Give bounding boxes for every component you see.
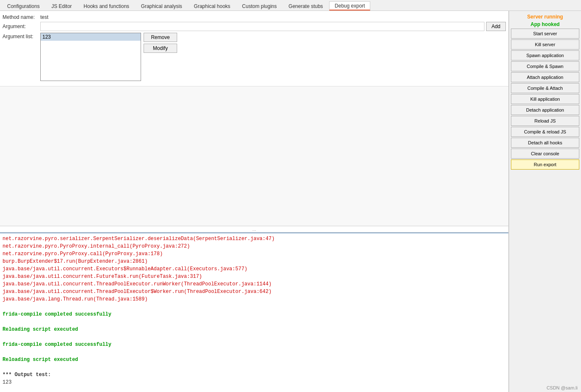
sidebar-btn-kill-application[interactable]: Kill application (511, 94, 579, 104)
sidebar-btn-detach-all-hooks[interactable]: Detach all hooks (511, 138, 579, 148)
status-running: Server running (511, 13, 579, 20)
console-line: 123 (3, 379, 506, 386)
console-line: java.base/java.util.concurrent.Executors… (3, 265, 506, 273)
sidebar-btn-kill-server[interactable]: Kill server (511, 39, 579, 50)
console-line: java.base/java.lang.Thread.run(Thread.ja… (3, 295, 506, 303)
tab-debug-export[interactable]: Debug export (329, 1, 370, 10)
tab-bar: ConfigurationsJS EditorHooks and functio… (0, 0, 581, 11)
right-sidebar: Server running App hooked Start serverKi… (509, 11, 581, 392)
console-line: java.base/java.util.concurrent.ThreadPoo… (3, 280, 506, 288)
sidebar-btn-start-server[interactable]: Start server (511, 29, 579, 39)
argument-row: Argument: Add (3, 22, 506, 31)
tab-graphical-analysis[interactable]: Graphical analysis (136, 1, 188, 10)
console-line: net.razorvine.pyro.PyroProxy.internal_ca… (3, 243, 506, 250)
argument-input[interactable] (40, 22, 484, 31)
main-container: Method name: test Argument: Add Argument… (0, 11, 581, 392)
console-line (3, 348, 506, 356)
argument-listbox[interactable]: 123 (40, 33, 141, 81)
console-line (3, 363, 506, 371)
console-line: java.base/java.util.concurrent.ThreadPoo… (3, 288, 506, 295)
console-line: java.base/java.util.concurrent.FutureTas… (3, 273, 506, 280)
sidebar-btn-compile-and-attach[interactable]: Compile & Attach (511, 83, 579, 93)
console-line (3, 303, 506, 311)
tab-configurations[interactable]: Configurations (2, 1, 45, 10)
console-line (3, 333, 506, 341)
modify-button[interactable]: Modify (144, 44, 177, 53)
console-line: burp.BurpExtender$17.run(BurpExtender.ja… (3, 258, 506, 265)
sidebar-btn-compile-and-reload-js[interactable]: Compile & reload JS (511, 127, 579, 137)
sidebar-btn-reload-js[interactable]: Reload JS (511, 116, 579, 126)
console-line: frida-compile completed successfully (3, 311, 506, 318)
remove-button[interactable]: Remove (144, 33, 177, 42)
argument-buttons: Remove Modify (144, 33, 177, 53)
sidebar-btn-compile-and-spawn[interactable]: Compile & Spawn (511, 61, 579, 71)
method-name-label: Method name: (3, 14, 40, 20)
tab-js-editor[interactable]: JS Editor (46, 1, 77, 10)
sidebar-btn-clear-console[interactable]: Clear console (511, 149, 579, 159)
footer-text: CSDN @sam.li (547, 385, 578, 390)
argument-listbox-item[interactable]: 123 (41, 33, 141, 41)
status-hooked: App hooked (511, 21, 579, 28)
method-name-value: test (40, 14, 48, 20)
middle-area (0, 86, 508, 226)
argument-label: Argument: (3, 24, 40, 29)
divider: ... (0, 226, 508, 233)
argument-list-label: Argument list: (3, 34, 40, 39)
console-line: Reloading script executed (3, 326, 506, 333)
form-section: Method name: test Argument: Add Argument… (0, 11, 508, 86)
method-name-row: Method name: test (3, 14, 506, 20)
add-button[interactable]: Add (486, 22, 506, 31)
console-line: *** Output test: (3, 371, 506, 379)
argument-list-row: Argument list: 123 Remove Modify (3, 33, 506, 81)
sidebar-btn-attach-application[interactable]: Attach application (511, 72, 579, 82)
console-line: Reloading script executed (3, 356, 506, 363)
tab-generate-stubs[interactable]: Generate stubs (283, 1, 328, 10)
console-line: net.razorvine.pyro.PyroProxy.call(PyroPr… (3, 250, 506, 258)
sidebar-btn-detach-application[interactable]: Detach application (511, 105, 579, 115)
tab-graphical-hooks[interactable]: Graphical hooks (188, 1, 236, 10)
console-line: net.razorvine.pyro.serializer.SerpentSer… (3, 235, 506, 243)
console-line (3, 318, 506, 326)
console-line: frida-compile completed successfully (3, 341, 506, 348)
tab-hooks-and-functions[interactable]: Hooks and functions (78, 1, 135, 10)
sidebar-btn-spawn-application[interactable]: Spawn application (511, 50, 579, 60)
tab-custom-plugins[interactable]: Custom plugins (237, 1, 283, 10)
console-area[interactable]: net.razorvine.pyro.serializer.SerpentSer… (0, 233, 508, 392)
sidebar-btn-run-export[interactable]: Run export (511, 159, 579, 170)
content-area: Method name: test Argument: Add Argument… (0, 11, 509, 392)
